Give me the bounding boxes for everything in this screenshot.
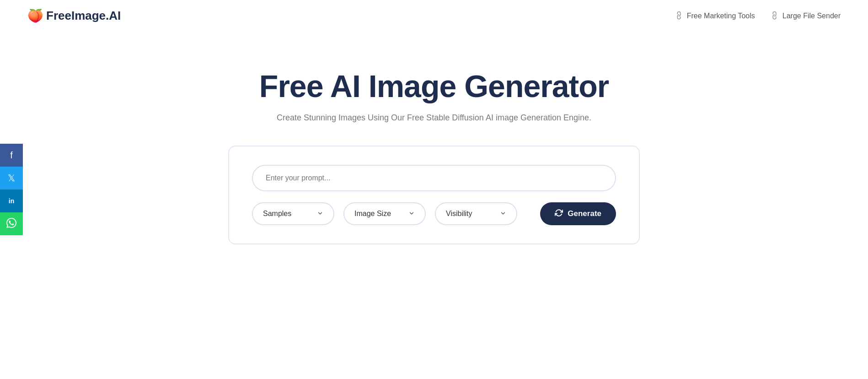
logo-icon: 🍑 — [27, 8, 43, 23]
logo[interactable]: 🍑 FreeImage.AI — [27, 8, 121, 23]
main-content: Free AI Image Generator Create Stunning … — [0, 32, 868, 272]
social-twitter-button[interactable]: 𝕏 — [0, 167, 23, 190]
nav-large-file-sender[interactable]: Large File Sender — [772, 11, 841, 21]
logo-text: FreeImage.AI — [46, 9, 121, 23]
facebook-icon: f — [10, 150, 13, 161]
whatsapp-icon — [6, 218, 16, 230]
linkedin-icon: in — [9, 197, 14, 205]
visibility-dropdown[interactable]: Visibility — [435, 202, 517, 225]
main-nav: Free Marketing Tools Large File Sender — [676, 11, 841, 21]
nav-free-marketing-label: Free Marketing Tools — [687, 12, 755, 20]
visibility-label: Visibility — [446, 210, 472, 218]
image-size-chevron-icon — [408, 210, 415, 218]
image-size-dropdown[interactable]: Image Size — [343, 202, 426, 225]
link-icon-2 — [769, 10, 781, 22]
controls-row: Samples Image Size Visibility — [252, 202, 616, 225]
social-linkedin-button[interactable]: in — [0, 190, 23, 212]
nav-free-marketing-tools[interactable]: Free Marketing Tools — [676, 11, 755, 21]
samples-chevron-icon — [317, 210, 323, 218]
visibility-chevron-icon — [500, 210, 506, 218]
generate-refresh-icon — [555, 209, 563, 219]
image-size-label: Image Size — [354, 210, 391, 218]
hero-subtitle: Create Stunning Images Using Our Free St… — [277, 113, 591, 123]
nav-large-file-label: Large File Sender — [782, 12, 841, 20]
link-icon-1 — [674, 10, 685, 22]
generate-button[interactable]: Generate — [540, 202, 616, 225]
hero-title: Free AI Image Generator — [259, 68, 609, 104]
samples-dropdown[interactable]: Samples — [252, 202, 334, 225]
social-sidebar: f 𝕏 in — [0, 144, 23, 235]
samples-label: Samples — [263, 210, 291, 218]
header: 🍑 FreeImage.AI Free Marketing Tools Larg… — [0, 0, 868, 32]
social-facebook-button[interactable]: f — [0, 144, 23, 167]
social-whatsapp-button[interactable] — [0, 212, 23, 235]
generate-label: Generate — [568, 209, 601, 218]
twitter-icon: 𝕏 — [8, 173, 15, 184]
generator-card: Samples Image Size Visibility — [228, 146, 640, 244]
prompt-input[interactable] — [252, 165, 616, 191]
